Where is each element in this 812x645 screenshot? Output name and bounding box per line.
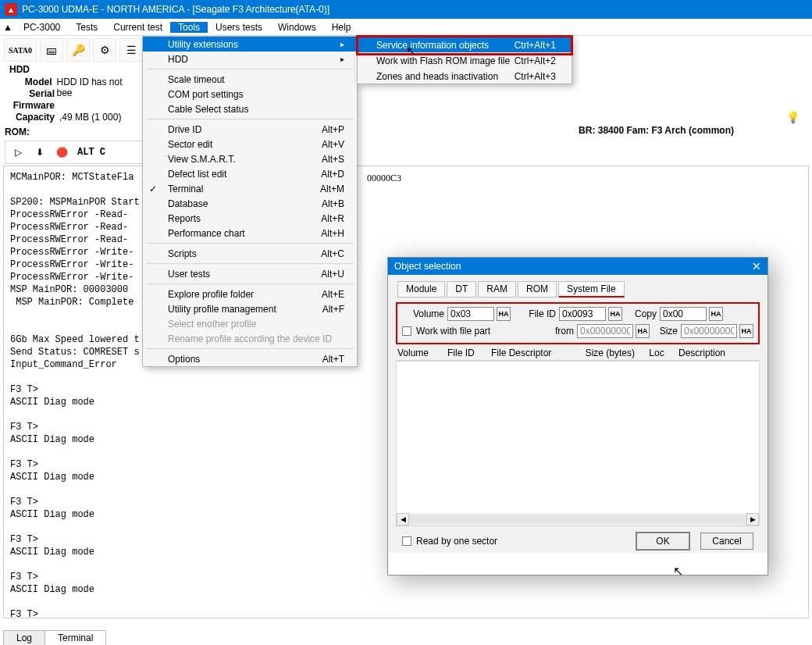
alt-text: ALT C: [73, 147, 110, 158]
annotation-box-2: Volume HA File ID HA Copy HA Work with f…: [396, 302, 760, 344]
dialog-title: Object selection: [394, 261, 461, 272]
tools-item-defect-list-edit[interactable]: Defect list editAlt+D: [143, 166, 357, 181]
tools-item-com-port-settings[interactable]: COM port settings: [143, 87, 357, 102]
tab-terminal[interactable]: Terminal: [45, 630, 106, 645]
window-titlebar: ▲ PC-3000 UDMA-E - NORTH AMERICA - [Seag…: [0, 0, 812, 19]
hex-button[interactable]: HA: [739, 324, 753, 338]
ok-button[interactable]: OK: [636, 533, 689, 550]
object-selection-dialog: Object selection ✕ ModuleDTRAMROMSystem …: [387, 257, 768, 576]
col-fileid[interactable]: File ID: [447, 347, 485, 358]
tools-item-user-tests[interactable]: User testsAlt+U: [143, 266, 357, 281]
rom-label: ROM:: [5, 127, 30, 137]
size-input: [681, 324, 737, 338]
menu-users-tests[interactable]: Users tests: [208, 22, 270, 33]
play-icon[interactable]: ▷: [7, 143, 29, 162]
record-icon[interactable]: ⬇: [29, 143, 51, 162]
dialog-titlebar[interactable]: Object selection ✕: [388, 258, 767, 275]
close-icon[interactable]: ✕: [752, 260, 761, 273]
chip-icon[interactable]: ⚙: [93, 38, 116, 62]
hex-button[interactable]: HA: [636, 324, 650, 338]
menu-pc-3000[interactable]: PC-3000: [16, 22, 68, 33]
menu-tests[interactable]: Tests: [68, 22, 105, 33]
size-label: Size: [653, 326, 678, 337]
disk-icon[interactable]: 🖴: [40, 38, 63, 62]
tools-item-reports[interactable]: ReportsAlt+R: [143, 211, 357, 226]
fileid-label: File ID: [514, 308, 556, 319]
dialog-tabs: ModuleDTRAMROMSystem File: [397, 281, 763, 298]
copy-label: Copy: [625, 308, 657, 319]
serial-label: Serial: [5, 88, 55, 100]
sata0-button[interactable]: SATA0: [4, 38, 37, 62]
hscrollbar[interactable]: ◀ ▶: [397, 513, 759, 526]
tools-item-rename-profile-according-the-device-id: Rename profile according the device ID: [143, 331, 357, 346]
cancel-button[interactable]: Cancel: [700, 533, 753, 550]
hex-button[interactable]: HA: [608, 307, 622, 321]
workpart-label: Work with file part: [416, 326, 490, 337]
col-loc[interactable]: Loc: [641, 347, 672, 358]
tools-item-options[interactable]: OptionsAlt+T: [143, 351, 357, 366]
tools-item-utility-extensions[interactable]: Utility extensions▸: [143, 37, 357, 52]
tools-item-utility-profile-management[interactable]: Utility profile managementAlt+F: [143, 301, 357, 316]
read-one-label: Read by one sector: [416, 536, 497, 547]
hdd-label: HDD: [5, 64, 34, 75]
tools-item-sector-edit[interactable]: Sector editAlt+V: [143, 137, 357, 151]
utility-ext-submenu: Service information objectsCtrl+Alt+1Wor…: [357, 36, 572, 84]
menubar: ▲ PC-3000TestsCurrent testToolsUsers tes…: [0, 19, 812, 36]
menu-windows[interactable]: Windows: [270, 22, 324, 33]
tools-item-performance-chart[interactable]: Performance chartAlt+H: [143, 226, 357, 241]
scroll-right-icon[interactable]: ▶: [746, 513, 759, 526]
column-headers: Volume File ID File Descriptor Size (byt…: [396, 347, 760, 361]
bottom-tabs: Log Terminal: [3, 630, 105, 645]
dlg-tab-rom[interactable]: ROM: [518, 281, 557, 298]
copy-input[interactable]: [660, 307, 707, 321]
menu-current-test[interactable]: Current test: [105, 22, 170, 33]
tools-item-terminal[interactable]: ✓TerminalAlt+M: [143, 181, 357, 196]
status-lamp-icon: 💡: [786, 111, 800, 123]
br-fam-text: BR: 38400 Fam: F3 Arch (common): [579, 125, 734, 136]
fileid-input[interactable]: [559, 307, 606, 321]
tools-item-scale-timeout[interactable]: Scale timeout: [143, 72, 357, 87]
hex-button[interactable]: HA: [709, 307, 723, 321]
tools-item-view-s-m-a-r-t-[interactable]: View S.M.A.R.T.Alt+S: [143, 151, 357, 166]
capacity-label: Capacity: [5, 112, 55, 123]
key-icon[interactable]: 🔑: [66, 38, 90, 62]
tools-item-drive-id[interactable]: Drive IDAlt+P: [143, 122, 357, 137]
tools-item-database[interactable]: DatabaseAlt+B: [143, 196, 357, 211]
from-input: [577, 324, 633, 338]
tools-item-scripts[interactable]: ScriptsAlt+C: [143, 246, 357, 261]
hex-button[interactable]: HA: [497, 307, 511, 321]
tools-item-cable-select-status[interactable]: Cable Select status: [143, 102, 357, 116]
col-description[interactable]: Description: [678, 347, 725, 358]
capacity-value: ,49 MB (1 000): [59, 112, 121, 123]
col-size[interactable]: Size (bytes): [575, 347, 635, 358]
from-label: from: [549, 326, 574, 337]
work-with-file-part-checkbox[interactable]: Work with file part: [402, 326, 490, 337]
dlg-tab-dt[interactable]: DT: [447, 281, 476, 298]
tools-item-hdd[interactable]: HDD▸: [143, 52, 357, 66]
volume-input[interactable]: [447, 307, 494, 321]
stop-icon[interactable]: 🛑: [51, 143, 73, 162]
tools-item-explore-profile-folder[interactable]: Explore profile folderAlt+E: [143, 287, 357, 301]
window-title: PC-3000 UDMA-E - NORTH AMERICA - [Seagat…: [22, 4, 329, 15]
dlg-tab-ram[interactable]: RAM: [478, 281, 516, 298]
model-label: Model: [5, 77, 52, 88]
tab-log[interactable]: Log: [3, 630, 45, 645]
read-one-sector-checkbox[interactable]: Read by one sector: [402, 536, 497, 547]
tools-menu: Utility extensions▸HDD▸Scale timeoutCOM …: [142, 36, 358, 367]
menu-tools[interactable]: Tools: [170, 22, 208, 33]
scroll-left-icon[interactable]: ◀: [397, 513, 409, 526]
list-icon[interactable]: ☰: [119, 38, 143, 62]
submenu-item-service-information-objects[interactable]: Service information objectsCtrl+Alt+1: [358, 37, 572, 52]
firmware-label: Firmware: [5, 100, 55, 112]
app-icon: ▲: [5, 3, 17, 16]
col-descriptor[interactable]: File Descriptor: [491, 347, 569, 358]
submenu-item-zones-and-heads-inactivation[interactable]: Zones and heads inactivationCtrl+Alt+3: [358, 68, 572, 84]
tools-item-select-enother-profile: Select enother profile: [143, 316, 357, 331]
submenu-item-work-with-flash-rom-image-file[interactable]: Work with Flash ROM image fileCtrl+Alt+2: [358, 52, 572, 68]
menu-help[interactable]: Help: [324, 22, 359, 33]
list-area[interactable]: ◀ ▶: [396, 361, 760, 526]
col-volume[interactable]: Volume: [397, 347, 441, 358]
model-value: HDD ID has not bee: [57, 77, 137, 88]
dlg-tab-module[interactable]: Module: [397, 281, 445, 298]
dlg-tab-system-file[interactable]: System File: [558, 281, 625, 298]
